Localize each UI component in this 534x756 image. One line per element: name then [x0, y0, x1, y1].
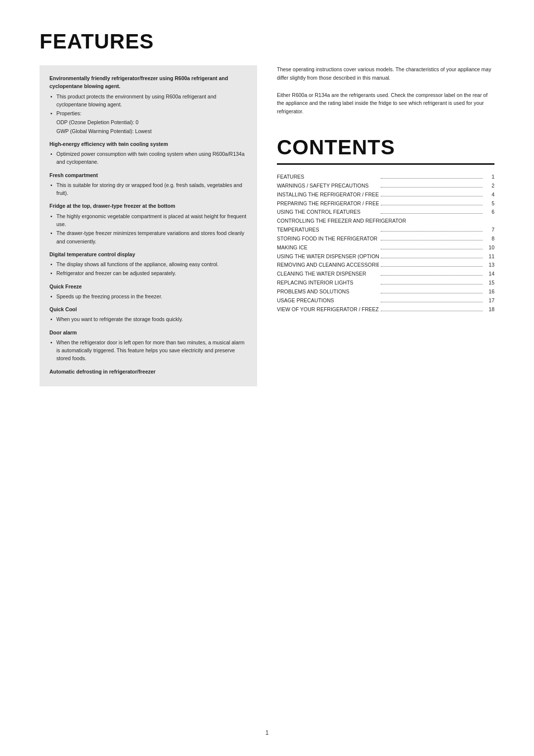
list-item: Refrigerator and freezer can be adjusted…	[49, 269, 247, 277]
toc-label: FEATURES	[277, 173, 379, 182]
list-item: The highly ergonomic vegetable compartme…	[49, 212, 247, 229]
section8-heading: Door alarm	[49, 329, 247, 336]
features-title: FEATURES	[40, 30, 494, 53]
toc-dots	[381, 266, 483, 267]
toc-row: CLEANING THE WATER DISPENSER14	[277, 270, 494, 279]
toc-row: REMOVING AND CLEANING ACCESSORIES13	[277, 261, 494, 270]
toc-label: CONTROLLING THE FREEZER AND REFRIGERATOR	[277, 217, 494, 226]
two-col-layout: Environmentally friendly refrigerator/fr…	[40, 65, 494, 386]
toc-label: CLEANING THE WATER DISPENSER	[277, 270, 379, 279]
section4-list: The highly ergonomic vegetable compartme…	[49, 212, 247, 245]
toc-row: STORING FOOD IN THE REFRIGERATOR OR FREE…	[277, 235, 494, 243]
toc-label: REPLACING INTERIOR LIGHTS	[277, 279, 379, 287]
section7-list: When you want to refrigerate the storage…	[49, 315, 247, 323]
toc-page: 16	[485, 287, 494, 296]
toc-label: TEMPERATURES	[277, 226, 379, 235]
toc-page: 2	[485, 182, 494, 190]
toc-dots	[381, 311, 483, 311]
toc-page: 8	[485, 235, 494, 243]
section1-list: This product protects the environment by…	[49, 93, 247, 118]
toc-label: PREPARING THE REFRIGERATOR / FREEZER	[277, 199, 379, 208]
toc-label: USING THE WATER DISPENSER (OPTIONAL)	[277, 252, 379, 261]
toc-label: USING THE CONTROL FEATURES	[277, 208, 379, 217]
toc-dots	[381, 205, 483, 205]
list-item: Optimized power consumption with twin co…	[49, 150, 247, 166]
section9-heading: Automatic defrosting in refrigerator/fre…	[49, 368, 247, 376]
section1-heading: Environmentally friendly refrigerator/fr…	[49, 74, 247, 91]
toc-row: INSTALLING THE REFRIGERATOR / FREEZER4	[277, 190, 494, 199]
features-box: Environmentally friendly refrigerator/fr…	[40, 65, 257, 386]
list-item: This product protects the environment by…	[49, 93, 247, 109]
toc-dots	[381, 240, 483, 240]
section3-list: This is suitable for storing dry or wrap…	[49, 181, 247, 197]
toc-dots	[381, 178, 483, 179]
toc-page: 11	[485, 252, 494, 261]
toc-row: CONTROLLING THE FREEZER AND REFRIGERATOR	[277, 217, 494, 226]
page-container: FEATURES Environmentally friendly refrig…	[0, 0, 534, 756]
section5-heading: Digital temperature control display	[49, 250, 247, 258]
toc-page: 5	[485, 199, 494, 208]
list-item: The drawer-type freezer minimizes temper…	[49, 229, 247, 245]
list-item: When you want to refrigerate the storage…	[49, 315, 247, 323]
toc-label: USAGE PRECAUTIONS	[277, 296, 379, 305]
section2-heading: High-energy efficiency with twin cooling…	[49, 140, 247, 148]
toc-label: REMOVING AND CLEANING ACCESSORIES	[277, 261, 379, 270]
toc-row: USAGE PRECAUTIONS17	[277, 296, 494, 305]
right-intro-text-2: Either R600a or R134a are the refrigeran…	[277, 91, 494, 116]
toc-page: 7	[485, 226, 494, 235]
toc-dots	[381, 258, 483, 258]
contents-title: CONTENTS	[277, 136, 494, 159]
list-item: Speeds up the freezing process in the fr…	[49, 292, 247, 300]
section6-heading: Quick Freeze	[49, 283, 247, 290]
list-item: The display shows all functions of the a…	[49, 260, 247, 268]
toc-label: PROBLEMS AND SOLUTIONS	[277, 287, 379, 296]
page-number: 1	[266, 729, 269, 736]
toc-dots	[381, 284, 483, 284]
sub-item: GWP (Global Warming Potential): Lowest	[49, 127, 247, 135]
toc-row: VIEW OF YOUR REFRIGERATOR / FREEZER18	[277, 305, 494, 314]
toc-row: FEATURES1	[277, 173, 494, 182]
toc-page: 14	[485, 270, 494, 279]
toc-row: TEMPERATURES7	[277, 226, 494, 235]
toc-dots	[381, 213, 483, 214]
toc-row: MAKING ICE10	[277, 243, 494, 252]
sub-item: ODP (Ozone Depletion Potential): 0	[49, 118, 247, 126]
right-column: These operating instructions cover vario…	[277, 65, 494, 386]
list-item: This is suitable for storing dry or wrap…	[49, 181, 247, 197]
toc-label: MAKING ICE	[277, 243, 379, 252]
toc-row: REPLACING INTERIOR LIGHTS15	[277, 279, 494, 287]
toc-dots	[381, 275, 483, 276]
right-intro-text-1: These operating instructions cover vario…	[277, 65, 494, 82]
toc-page: 4	[485, 190, 494, 199]
toc-page: 1	[485, 173, 494, 182]
contents-section: CONTENTS FEATURES1WARNINGS / SAFETY PREC…	[277, 136, 494, 314]
toc-dots	[381, 293, 483, 293]
toc-dots	[381, 302, 483, 302]
toc-dots	[381, 249, 483, 249]
toc-page: 18	[485, 305, 494, 314]
toc-row: PROBLEMS AND SOLUTIONS16	[277, 287, 494, 296]
left-column: Environmentally friendly refrigerator/fr…	[40, 65, 257, 386]
list-item: Properties:	[49, 109, 247, 117]
toc-page: 15	[485, 279, 494, 287]
toc-label: STORING FOOD IN THE REFRIGERATOR OR FREE…	[277, 235, 379, 243]
toc-label: VIEW OF YOUR REFRIGERATOR / FREEZER	[277, 305, 379, 314]
toc-page: 13	[485, 261, 494, 270]
toc-page: 17	[485, 296, 494, 305]
toc-dots	[381, 231, 483, 232]
toc-page: 6	[485, 208, 494, 217]
toc-row: WARNINGS / SAFETY PRECAUTIONS2	[277, 182, 494, 190]
section5-list: The display shows all functions of the a…	[49, 260, 247, 278]
toc-dots	[381, 187, 483, 188]
toc-page: 10	[485, 243, 494, 252]
contents-table: FEATURES1WARNINGS / SAFETY PRECAUTIONS2I…	[277, 173, 494, 314]
toc-row: USING THE WATER DISPENSER (OPTIONAL)11	[277, 252, 494, 261]
toc-row: USING THE CONTROL FEATURES6	[277, 208, 494, 217]
section3-heading: Fresh compartment	[49, 171, 247, 179]
section8-list: When the refrigerator door is left open …	[49, 338, 247, 363]
section2-list: Optimized power consumption with twin co…	[49, 150, 247, 166]
toc-label: INSTALLING THE REFRIGERATOR / FREEZER	[277, 190, 379, 199]
toc-label: WARNINGS / SAFETY PRECAUTIONS	[277, 182, 379, 190]
section4-heading: Fridge at the top, drawer-type freezer a…	[49, 202, 247, 210]
toc-row: PREPARING THE REFRIGERATOR / FREEZER5	[277, 199, 494, 208]
